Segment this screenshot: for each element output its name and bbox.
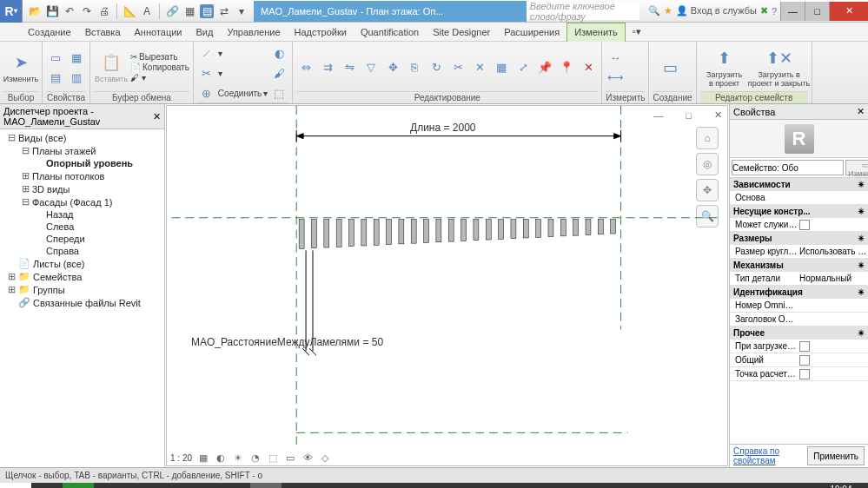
tab-annotate[interactable]: Аннотации	[128, 23, 189, 42]
props-close-icon[interactable]: ✕	[857, 106, 865, 117]
load-into-project-button[interactable]: ⬆Загрузить в проект	[700, 45, 749, 90]
prop-row[interactable]: Тип деталиНормальный	[730, 272, 868, 286]
favorites-icon[interactable]: ★	[664, 5, 673, 16]
paint-icon[interactable]: 🖌	[269, 63, 288, 82]
hide-isolate-icon[interactable]: 👁	[301, 452, 314, 464]
link-icon[interactable]: 🔗	[165, 4, 179, 18]
prop-group-header[interactable]: Механизмы✴	[730, 259, 868, 272]
taskbar-explorer-icon[interactable]: 📁	[31, 483, 63, 488]
taskbar-paint-icon[interactable]: 🖌	[188, 483, 219, 488]
close-button[interactable]: ✕	[829, 2, 868, 21]
copy-button[interactable]: 📄 Копировать	[130, 63, 189, 72]
prop-group-header[interactable]: Зависимости✴	[730, 178, 868, 191]
taskbar-ie-icon[interactable]: e	[94, 483, 125, 488]
tree-item[interactable]: 📄Листы (все)	[3, 257, 161, 270]
prop-row[interactable]: При загрузке вы...	[730, 340, 868, 353]
undo-icon[interactable]: ↶	[63, 4, 76, 18]
paste-button[interactable]: 📋Вставить	[94, 45, 129, 90]
trim-icon[interactable]: ✂	[448, 58, 467, 77]
family-types-icon[interactable]: ▦	[67, 48, 86, 67]
redo-icon[interactable]: ↷	[80, 4, 94, 18]
mirror-axis-icon[interactable]: ⇋	[340, 58, 359, 77]
prop-row[interactable]: Заголовок Omn...	[730, 313, 868, 326]
tree-item[interactable]: ⊟Виды (все)	[3, 131, 161, 144]
split-face-icon[interactable]: ◐	[269, 43, 288, 63]
dimension-icon[interactable]: ⟷	[606, 68, 625, 87]
delete-icon[interactable]: ✕	[579, 58, 598, 77]
cut-geom-button[interactable]: ✂▾	[197, 63, 268, 82]
tab-addins[interactable]: Надстройки	[288, 23, 354, 42]
prop-row[interactable]: Может служить ...	[730, 218, 868, 232]
visual-style-icon[interactable]: ◐	[215, 452, 227, 464]
tile-icon[interactable]: ▦	[182, 4, 196, 18]
tree-item[interactable]: Опорный уровень	[3, 157, 161, 169]
tab-extensions[interactable]: Расширения	[497, 23, 567, 42]
tab-quantification[interactable]: Quantification	[354, 23, 426, 42]
switch-icon[interactable]: ⇄	[217, 4, 231, 18]
search-input[interactable]: Введите ключевое слово/фразу	[527, 3, 639, 20]
save-icon[interactable]: 💾	[45, 4, 59, 18]
drawing-canvas[interactable]: — □ ✕ ⌂ ◎ ✥ 🔍	[166, 105, 728, 466]
close-views-icon[interactable]: ▤	[200, 4, 214, 18]
scale-label[interactable]: 1 : 20	[170, 453, 192, 463]
type-props-icon[interactable]: ▭	[46, 48, 65, 67]
open-icon[interactable]: 📂	[28, 4, 42, 18]
modify-button[interactable]: ➤Изменить	[3, 45, 38, 90]
prop-group-header[interactable]: Несущие констр...✴	[730, 205, 868, 218]
join-button[interactable]: ⊕Соединить ▾	[197, 83, 268, 102]
panel-close-icon[interactable]: ✕	[153, 111, 161, 122]
shadows-icon[interactable]: ◔	[249, 452, 262, 464]
pin-icon[interactable]: 📌	[535, 58, 554, 77]
properties-help-link[interactable]: Справка по свойствам	[733, 446, 807, 465]
taskbar-revit-icon[interactable]: R	[250, 483, 282, 488]
scale-icon[interactable]: ⤢	[514, 58, 533, 77]
dropdown-icon[interactable]: ▾	[235, 4, 248, 18]
tree-item[interactable]: ⊞📁Семейства	[3, 270, 161, 283]
create-similar-button[interactable]: ▭	[653, 45, 687, 90]
properties-grid[interactable]: Зависимости✴ОсноваНесущие констр...✴Може…	[730, 178, 868, 444]
match-button[interactable]: 🖌 ▾	[130, 73, 189, 82]
prop-row[interactable]: Размер круглог...Использовать ди...	[730, 245, 868, 259]
tab-create[interactable]: Создание	[21, 23, 78, 42]
tab-view[interactable]: Вид	[189, 23, 221, 42]
detail-level-icon[interactable]: ▦	[197, 452, 209, 464]
taskbar-utorrent-icon[interactable]: μ	[156, 483, 188, 488]
move-icon[interactable]: ✥	[383, 58, 402, 77]
tree-item[interactable]: Спереди	[3, 233, 161, 245]
tab-modify[interactable]: Изменить	[567, 23, 626, 42]
tree-item[interactable]: ⊞Планы потолков	[3, 169, 161, 182]
mirror-draw-icon[interactable]: ▽	[361, 58, 381, 77]
crop-show-icon[interactable]: ▭	[284, 452, 296, 464]
cope-button[interactable]: ⟋▾	[197, 43, 268, 63]
tab-sitedesigner[interactable]: Site Designer	[426, 23, 497, 42]
load-close-button[interactable]: ⬆✕Загрузить в проект и закрыть	[751, 45, 808, 90]
tree-item[interactable]: ⊞📁Группы	[3, 283, 161, 296]
tab-collapse-icon[interactable]: ▫▾	[626, 23, 648, 42]
reveal-icon[interactable]: ◇	[319, 452, 331, 464]
measure-dist-icon[interactable]: ↔	[606, 48, 625, 67]
app-menu-button[interactable]: R▾	[0, 0, 23, 23]
print-icon[interactable]: 🖨	[97, 4, 111, 18]
offset-icon[interactable]: ⇉	[318, 58, 337, 77]
tree-item[interactable]: 🔗Связанные файлы Revit	[3, 296, 161, 309]
copy-elem-icon[interactable]: ⎘	[405, 58, 424, 77]
prop-group-header[interactable]: Прочее✴	[730, 326, 868, 340]
demo-icon[interactable]: ⬚	[269, 83, 288, 102]
taskbar-n64-icon[interactable]: 64	[63, 483, 94, 488]
taskbar-calc-icon[interactable]: 🖩	[219, 483, 250, 488]
crop-view-icon[interactable]: ⬚	[267, 452, 279, 464]
tree-item[interactable]: ⊟Планы этажей	[3, 144, 161, 157]
tree-item[interactable]: Назад	[3, 208, 161, 221]
prop-group-header[interactable]: Идентификация✴	[730, 286, 868, 299]
cut-button[interactable]: ✂ Вырезать	[130, 52, 189, 62]
tree-item[interactable]: Справа	[3, 245, 161, 257]
prop-row[interactable]: Точка расчета п...	[730, 367, 868, 381]
unpin-icon[interactable]: 📍	[557, 58, 576, 77]
sun-path-icon[interactable]: ☀	[232, 452, 244, 464]
tab-manage[interactable]: Управление	[220, 23, 287, 42]
split-icon[interactable]: ✕	[470, 58, 489, 77]
exchange-icon[interactable]: ✖	[760, 5, 768, 16]
align-icon[interactable]: ⇔	[296, 58, 315, 77]
infocenter-icon[interactable]: 🔍	[648, 5, 660, 16]
family-cat-icon[interactable]: ▥	[67, 68, 86, 87]
